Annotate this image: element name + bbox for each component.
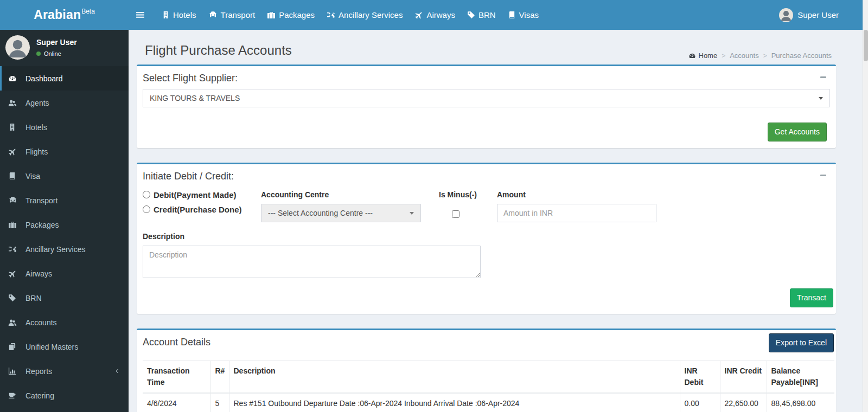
sidebar-item-airways[interactable]: Airways [0,261,129,286]
topnav-label: Airways [426,10,455,20]
collapse-minus-icon[interactable] [820,175,826,176]
vertical-scrollbar[interactable] [863,0,868,412]
account-details-panel: Account Details Export to Excel Transact… [137,329,836,412]
accounting-centre-label: Accounting Centre [261,190,421,199]
top-header: ArabianBeta Hotels Transport Packages An… [0,0,868,30]
export-to-excel-button[interactable]: Export to Excel [769,333,834,352]
topnav-label: Transport [221,10,256,20]
sidebar-item-brn[interactable]: BRN [0,286,129,310]
breadcrumb: Home > Accounts > Purchase Accounts [688,52,832,60]
users-icon [8,318,23,327]
col-inr-credit: INR Credit [720,360,767,393]
sidebar-item-label: Transport [25,196,58,205]
collapse-minus-icon[interactable] [820,76,826,78]
topnav-hotels[interactable]: Hotels [156,0,202,30]
sidebar-item-unified-masters[interactable]: Unified Masters [0,334,129,359]
gauge-icon [688,52,696,60]
amount-label: Amount [497,190,656,199]
sidebar-item-label: Reports [25,367,52,376]
debit-credit-panel: Initiate Debit / Credit: Debit(Payment M… [137,163,836,314]
topnav-transport[interactable]: Transport [202,0,261,30]
sidebar-item-transport[interactable]: Transport [0,188,129,213]
car-icon [8,196,23,205]
col-balance-payable: Balance Payable[INR] [767,360,834,393]
sidebar-toggle-button[interactable] [129,0,151,30]
sidebar-item-label: BRN [25,294,42,302]
topnav-brn[interactable]: BRN [461,0,502,30]
avatar [5,35,30,60]
shuffle-icon [8,245,23,254]
description-textarea[interactable] [143,246,481,278]
breadcrumb-label: Home [699,52,718,60]
scrollbar-thumb[interactable] [864,30,868,61]
sidebar-item-reports[interactable]: Reports [0,359,129,383]
breadcrumb-home[interactable]: Home [688,52,718,60]
page-title: Flight Purchase Accounts [145,43,292,58]
avatar [779,8,793,22]
tag-icon [8,294,23,302]
topnav-ancillary-services[interactable]: Ancillary Services [321,0,409,30]
table-row: 4/6/2024 12:00:00 5 Res #151 Outbound De… [143,393,834,412]
accounting-centre-select[interactable]: --- Select Accounting Centre --- [261,204,421,222]
brand-badge: Beta [81,8,95,15]
sidebar-item-accounts[interactable]: Accounts [0,310,129,334]
get-accounts-button[interactable]: Get Accounts [768,123,827,141]
sidebar-item-label: Dashboard [25,74,63,83]
col-inr-debit: INR Debit [680,360,720,393]
debit-credit-panel-title: Initiate Debit / Credit: [143,171,234,182]
credit-radio[interactable] [143,205,150,213]
breadcrumb-accounts[interactable]: Accounts [730,52,758,60]
is-minus-label: Is Minus(-) [439,190,497,199]
transact-button[interactable]: Transact [790,288,833,307]
book-icon [508,11,516,19]
topnav-airways[interactable]: Airways [409,0,461,30]
header-user-menu[interactable]: Super User [779,0,839,30]
sidebar-item-label: Agents [25,99,49,107]
is-minus-checkbox[interactable] [452,210,459,218]
sidebar-item-ancillary-services[interactable]: Ancillary Services [0,237,129,261]
online-status-dot [36,52,41,56]
sidebar-item-agents[interactable]: Agents [0,91,129,115]
brand-name: Arabian [34,8,81,22]
supplier-panel: Select Flight Supplier: KING TOURS & TRA… [137,65,836,148]
sidebar-item-dashboard[interactable]: Dashboard [0,66,129,91]
sidebar-item-flights[interactable]: Flights [0,139,129,164]
sidebar-item-visa[interactable]: Visa [0,164,129,188]
shuffle-icon [327,11,335,20]
sidebar-item-label: Airways [25,269,52,278]
briefcase-icon [8,221,23,229]
sidebar-user-name: Super User [36,38,77,47]
sidebar-item-catering[interactable]: Catering [0,383,129,408]
breadcrumb-separator: > [722,52,725,60]
account-details-title: Account Details [143,337,210,347]
sidebar-user-status[interactable]: Online [36,50,77,57]
sidebar-item-packages[interactable]: Packages [0,213,129,237]
supplier-panel-title: Select Flight Supplier: [143,73,238,83]
breadcrumb-current: Purchase Accounts [771,52,832,60]
accounting-centre-selected-value: --- Select Accounting Centre --- [268,209,373,217]
col-transaction-time: Transaction Time [143,360,210,393]
topnav-visas[interactable]: Visas [502,0,545,30]
users-icon [8,99,23,107]
plane-icon [8,147,23,156]
sidebar-item-label: Flights [25,147,48,156]
sidebar-item-label: Visa [25,172,40,181]
amount-input[interactable] [497,204,656,222]
sidebar-item-hotels[interactable]: Hotels [0,115,129,139]
topnav-packages[interactable]: Packages [261,0,321,30]
brand-logo[interactable]: ArabianBeta [0,0,129,30]
sidebar-item-label: Ancillary Services [25,245,85,254]
topnav-label: Visas [519,10,539,20]
description-label: Description [143,232,830,241]
header-user-name: Super User [797,10,839,20]
tag-icon [467,11,475,19]
briefcase-icon [267,11,276,20]
sidebar-user-panel: Super User Online [0,30,129,66]
sidebar-item-label: Packages [25,221,59,229]
breadcrumb-separator: > [763,52,767,60]
flight-supplier-select[interactable]: KING TOURS & TRAVELS [143,89,830,107]
debit-radio[interactable] [143,191,150,198]
gauge-icon [8,74,23,83]
topnav-label: Packages [279,10,315,20]
table-header-row: Transaction Time R# Description INR Debi… [143,360,834,393]
